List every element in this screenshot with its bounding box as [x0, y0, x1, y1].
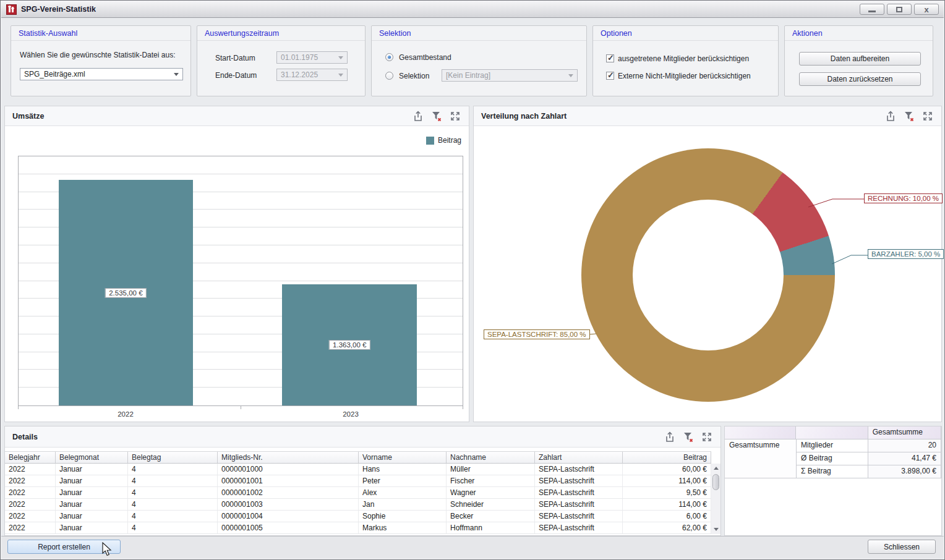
close-icon: x — [924, 6, 928, 14]
table-cell: Januar — [56, 499, 128, 510]
table-row[interactable]: 2022Januar40000001004SophieBeckerSEPA-La… — [5, 511, 711, 522]
table-cell: 2022 — [5, 511, 56, 522]
pivot-row-header: Gesamtsumme — [725, 439, 797, 478]
clear-filter-icon[interactable] — [682, 431, 695, 443]
scroll-down-icon[interactable] — [711, 525, 721, 534]
pivot-label: Σ Beitrag — [797, 465, 868, 478]
legend-swatch — [426, 137, 434, 145]
table-cell: Schneider — [447, 499, 535, 510]
table-cell: 4 — [128, 522, 218, 533]
export-icon[interactable] — [664, 431, 676, 443]
footer-bar: Report erstellen Schliessen — [1, 536, 944, 559]
table-header-row: BelegjahrBelegmonatBelegtagMitglieds-Nr.… — [5, 451, 711, 464]
column-header-vorname[interactable]: Vorname — [359, 452, 447, 463]
legend: Beitrag — [426, 136, 461, 145]
column-header-zahlart[interactable]: Zahlart — [535, 452, 623, 463]
schliessen-button[interactable]: Schliessen — [868, 540, 936, 554]
bar-2022[interactable]: 2.535,00 € — [59, 180, 194, 405]
statistik-file-label: Wählen Sie die gewünschte Statistik-Date… — [20, 51, 175, 59]
table-cell: 0000001001 — [218, 475, 359, 486]
table-cell: 0000001005 — [218, 522, 359, 533]
table-cell: SEPA-Lastschrift — [535, 499, 623, 510]
ausgetretene-checkbox[interactable] — [606, 54, 614, 62]
daten-aufbereiten-button[interactable]: Daten aufbereiten — [799, 52, 921, 66]
chevron-down-icon — [568, 74, 573, 77]
column-header-mitglieds-nr-[interactable]: Mitglieds-Nr. — [218, 452, 359, 463]
group-aktionen: Aktionen Daten aufbereiten Daten zurücks… — [784, 25, 933, 96]
table-cell: 4 — [128, 475, 218, 486]
export-icon[interactable] — [884, 110, 897, 122]
table-row[interactable]: 2022Januar40000001002AlexWagnerSEPA-Last… — [5, 487, 711, 499]
details-panel: Details BelegjahrBelegmonatBelegtagMitgl… — [4, 426, 721, 536]
table-cell: SEPA-Lastschrift — [535, 487, 623, 498]
statistik-file-select[interactable]: SPG_Beiträge.xml — [20, 68, 183, 80]
vertical-scrollbar[interactable] — [711, 464, 721, 534]
pivot-value: 41,47 € — [868, 452, 941, 465]
clear-filter-icon[interactable] — [430, 110, 443, 122]
table-cell: Januar — [56, 511, 128, 522]
table-cell: SEPA-Lastschrift — [535, 464, 623, 475]
minimize-button[interactable] — [860, 4, 884, 15]
table-row[interactable]: 2022Januar40000001001PeterFischerSEPA-La… — [5, 475, 711, 487]
table-cell: SEPA-Lastschrift — [535, 511, 623, 522]
group-title: Aktionen — [785, 26, 933, 41]
ende-datum-field: 31.12.2025 — [276, 69, 348, 81]
export-icon[interactable] — [412, 110, 424, 122]
selektion-select: [Kein Eintrag] — [442, 69, 578, 82]
scrollbar-thumb[interactable] — [712, 474, 719, 490]
app-window: SPG-Verein-Statistik x Statistik-Auswahl… — [0, 0, 945, 560]
umsaetze-panel: Umsätze Beitrag 2.535,00 € — [4, 106, 469, 422]
table-cell: 4 — [128, 499, 218, 510]
details-title: Details — [12, 433, 38, 441]
gesamtsumme-panel: Gesamtsumme Gesamtsumme Mitglieder 20 Ø … — [724, 426, 942, 536]
group-title: Statistik-Auswahl — [11, 26, 190, 41]
daten-zuruecksetzen-button[interactable]: Daten zurücksetzen — [799, 72, 921, 86]
table-row[interactable]: 2022Januar40000001005MarkusHoffmannSEPA-… — [5, 522, 711, 534]
maximize-button[interactable] — [887, 4, 912, 15]
column-header-belegjahr[interactable]: Belegjahr — [5, 452, 56, 463]
table-cell: 0000001000 — [218, 464, 359, 475]
table-cell: Jan — [359, 499, 447, 510]
column-header-belegmonat[interactable]: Belegmonat — [56, 452, 128, 463]
callout-barzahler: BARZAHLER: 5,00 % — [868, 249, 944, 259]
maximize-icon — [896, 7, 902, 12]
close-button[interactable]: x — [914, 4, 939, 15]
ende-datum-value: 31.12.2025 — [281, 70, 318, 79]
scroll-up-icon[interactable] — [711, 464, 721, 473]
column-header-belegtag[interactable]: Belegtag — [128, 452, 218, 463]
table-cell: SEPA-Lastschrift — [535, 522, 623, 533]
clear-filter-icon[interactable] — [903, 110, 915, 122]
selektion-value: [Kein Eintrag] — [446, 71, 490, 80]
start-datum-value: 01.01.1975 — [281, 53, 318, 62]
donut-chart[interactable] — [581, 148, 835, 402]
gridline — [19, 174, 463, 174]
bar-value-label: 2.535,00 € — [105, 288, 146, 298]
bar-2023[interactable]: 1.363,00 € — [282, 284, 417, 405]
titlebar: SPG-Verein-Statistik x — [1, 1, 944, 18]
table-cell: Müller — [447, 464, 535, 475]
axis-tick — [18, 406, 19, 409]
gesamtbestand-label: Gesamtbestand — [399, 53, 451, 62]
gesamtbestand-radio[interactable] — [385, 53, 393, 61]
pivot-label: Ø Beitrag — [797, 452, 868, 465]
axis-tick — [241, 406, 241, 409]
table-row[interactable]: 2022Januar40000001000HansMüllerSEPA-Last… — [5, 464, 711, 475]
legend-label: Beitrag — [438, 136, 461, 145]
chevron-down-icon — [338, 56, 343, 59]
externe-checkbox[interactable] — [606, 72, 614, 80]
column-header-beitrag[interactable]: Beitrag — [623, 452, 711, 463]
fullscreen-icon[interactable] — [449, 110, 461, 122]
table-row[interactable]: 2022Januar40000001003JanSchneiderSEPA-La… — [5, 499, 711, 511]
fullscreen-icon[interactable] — [701, 431, 713, 443]
table-cell: Hans — [359, 464, 447, 475]
fullscreen-icon[interactable] — [921, 110, 934, 122]
table-cell: 114,00 € — [623, 499, 711, 510]
column-header-nachname[interactable]: Nachname — [447, 452, 535, 463]
start-datum-label: Start-Datum — [215, 54, 255, 62]
x-label-2023: 2023 — [320, 410, 382, 418]
callout-rechnung: RECHNUNG: 10,00 % — [864, 193, 943, 203]
start-datum-field: 01.01.1975 — [276, 51, 348, 64]
callout-sepa: SEPA-LASTSCHRIFT: 85,00 % — [484, 329, 590, 339]
table-cell: 2022 — [5, 475, 56, 486]
selektion-radio[interactable] — [385, 72, 393, 80]
